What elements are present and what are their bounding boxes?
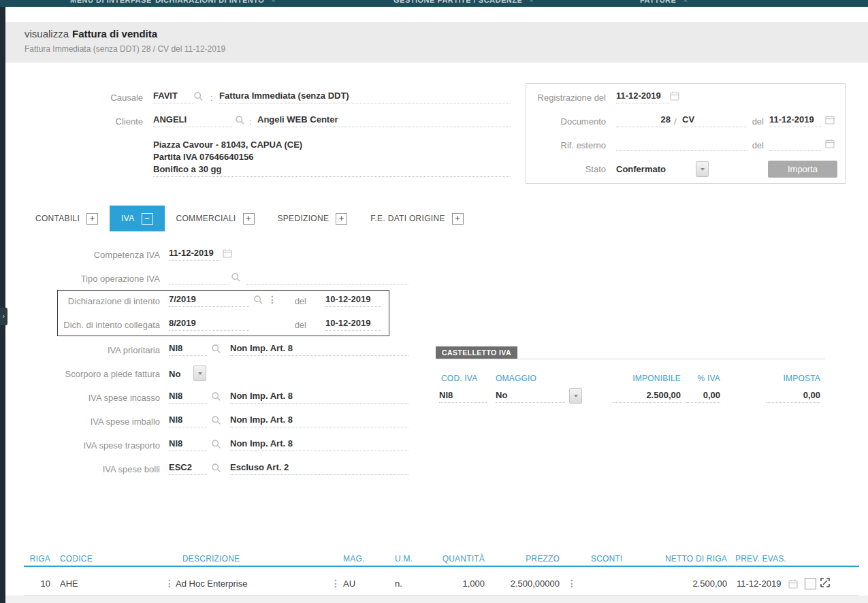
page-action: visualizza — [25, 28, 69, 39]
rif-esterno-field[interactable] — [616, 137, 748, 151]
page-subtitle: Fattura Immediata (senza DDT) 28 / CV de… — [25, 44, 225, 54]
causale-code-field[interactable]: FAVIT — [153, 90, 195, 103]
app-tab-fatture[interactable]: FATTURE× — [640, 0, 688, 6]
kebab-menu-icon[interactable]: ⋮ — [567, 578, 577, 590]
close-icon[interactable]: × — [529, 0, 534, 4]
collapse-toggle-icon[interactable]: − — [142, 213, 153, 225]
expand-toggle-icon[interactable]: + — [336, 213, 347, 225]
page-title-text: Fattura di vendita — [72, 28, 157, 39]
tipo-operazione-iva-field[interactable] — [169, 271, 229, 284]
dich-collegata-del-field[interactable]: 10-12-2019 — [325, 317, 381, 331]
tab-label: F.E. DATI ORIGINE — [370, 214, 445, 223]
search-icon[interactable] — [211, 439, 221, 449]
registrazione-date-field[interactable]: 11-12-2019 — [616, 90, 669, 103]
iva-spese-bolli-desc-field[interactable]: Escluso Art. 2 — [230, 461, 408, 475]
row-checkbox[interactable] — [805, 578, 816, 589]
castelletto-codiva-field[interactable]: NI8 — [439, 389, 487, 403]
app-tab-bar: MENU DI INTERFASE× DICHIARAZIONI DI INTE… — [0, 0, 868, 7]
dichiarazione-del-field[interactable]: 10-12-2019 — [325, 293, 381, 307]
grid-cell-quantita: 1,000 — [429, 578, 485, 590]
iva-spese-incasso-label: IVA spese incasso — [24, 392, 160, 404]
expand-toggle-icon[interactable]: + — [86, 213, 98, 225]
iva-spese-trasporto-desc-field[interactable]: Non Imp. Art. 8 — [230, 438, 408, 451]
search-icon[interactable] — [231, 272, 241, 282]
search-icon[interactable] — [211, 463, 221, 473]
castelletto-imposta-field[interactable]: 0,00 — [766, 389, 820, 403]
rif-del-date-field[interactable] — [769, 137, 822, 151]
scorporo-dropdown[interactable] — [193, 365, 206, 381]
app-tab-partite[interactable]: GESTIONE PARTITE / SCADENZE× — [393, 0, 534, 6]
expand-toggle-icon[interactable]: + — [452, 213, 464, 225]
panel-expander-chevron-icon[interactable]: › — [0, 308, 7, 325]
castelletto-omaggio-field[interactable]: No — [496, 389, 565, 403]
app-tab-menu[interactable]: MENU DI INTERFASE× — [70, 0, 163, 6]
app-tab-dichiarazioni[interactable]: DICHIARAZIONI DI INTENTO× — [155, 0, 276, 6]
expand-toggle-icon[interactable]: + — [243, 213, 255, 225]
importa-button[interactable]: Importa — [768, 161, 837, 178]
grid-cell-prevevas: 11-12-2019 — [737, 578, 782, 590]
tab-fe-dati-origine[interactable]: F.E. DATI ORIGINE + — [359, 206, 475, 231]
page-title: visualizzaFattura di vendita — [25, 28, 157, 39]
tab-spedizione[interactable]: SPEDIZIONE + — [266, 206, 359, 231]
calendar-icon[interactable] — [670, 91, 679, 101]
documento-numero-field[interactable]: 28 — [616, 114, 671, 127]
dichiarazione-del-label: del — [279, 295, 306, 308]
search-icon[interactable] — [211, 344, 221, 354]
tab-contabili[interactable]: CONTABILI + — [24, 206, 110, 231]
cliente-pagamento-field: Bonifico a 30 gg — [153, 163, 511, 177]
dich-collegata-field[interactable]: 8/2019 — [169, 317, 249, 331]
kebab-menu-icon[interactable]: ⋮ — [165, 578, 174, 590]
stato-label: Stato — [524, 163, 606, 176]
close-icon[interactable]: × — [271, 0, 276, 4]
iva-spese-incasso-code-field[interactable]: NI8 — [169, 390, 207, 404]
scorporo-value: No — [169, 368, 180, 380]
search-icon[interactable] — [211, 415, 221, 425]
grid-cell-prezzo: 2.500,00000 — [507, 578, 560, 590]
castelletto-perciva-field[interactable]: 0,00 — [686, 389, 720, 403]
cliente-code-field[interactable]: ANGELI — [153, 114, 232, 127]
registrazione-label: Registrazione del — [524, 92, 606, 104]
grid-cell-mag: AU — [343, 578, 355, 590]
scorporo-label: Scorporo a piede fattura — [24, 368, 160, 380]
close-icon[interactable]: × — [683, 0, 688, 4]
stato-dropdown[interactable] — [696, 161, 709, 177]
documento-del-label: del — [737, 116, 764, 128]
iva-spese-imballo-desc-field[interactable]: Non Imp. Art. 8 — [230, 414, 408, 427]
tab-iva[interactable]: IVA − — [110, 206, 164, 231]
search-icon[interactable] — [211, 391, 221, 402]
search-icon[interactable] — [235, 115, 245, 125]
causale-separator: : — [210, 92, 213, 104]
cliente-address-line1: Piazza Cavour - 81043, CAPUA (CE) — [153, 139, 302, 151]
calendar-icon[interactable] — [788, 579, 798, 589]
castelletto-imponibile-field[interactable]: 2.500,00 — [613, 389, 681, 403]
calendar-icon[interactable] — [223, 248, 232, 258]
omaggio-dropdown[interactable] — [569, 388, 582, 404]
iva-spese-trasporto-code-field[interactable]: NI8 — [169, 438, 207, 451]
dich-collegata-del-label: del — [279, 319, 306, 331]
causale-description-field[interactable]: Fattura Immediata (senza DDT) — [219, 90, 511, 103]
expand-fullscreen-icon[interactable] — [820, 577, 831, 588]
cliente-description-field[interactable]: Angeli WEB Center — [257, 114, 511, 127]
tab-commerciali[interactable]: COMMERCIALI + — [165, 206, 266, 231]
competenza-iva-field[interactable]: 11-12-2019 — [169, 247, 221, 261]
grid-col-quantita: QUANTITÀ — [429, 553, 485, 564]
iva-spese-incasso-desc-field[interactable]: Non Imp. Art. 8 — [230, 390, 408, 404]
calendar-icon[interactable] — [825, 115, 835, 125]
calendar-icon[interactable] — [825, 139, 835, 148]
castelletto-col-perciva: % IVA — [686, 373, 720, 384]
iva-spese-bolli-code-field[interactable]: ESC2 — [169, 461, 207, 475]
documento-del-date-field[interactable]: 11-12-2019 — [769, 114, 822, 127]
search-icon[interactable] — [193, 91, 204, 101]
iva-spese-imballo-code-field[interactable]: NI8 — [169, 414, 207, 427]
grid-col-codice: CODICE — [60, 553, 93, 564]
dichiarazione-intento-field[interactable]: 7/2019 — [169, 293, 249, 307]
kebab-menu-icon[interactable]: ⋮ — [268, 294, 277, 306]
tipo-operazione-iva-desc-field[interactable] — [246, 271, 408, 284]
castelletto-divider — [436, 359, 825, 359]
search-icon[interactable] — [253, 295, 263, 305]
kebab-menu-icon[interactable]: ⋮ — [331, 578, 340, 590]
grid-col-um: U.M. — [395, 553, 413, 564]
grid-col-mag: MAG. — [343, 553, 364, 564]
iva-prioritaria-desc-field[interactable]: Non Imp. Art. 8 — [230, 342, 408, 356]
iva-prioritaria-code-field[interactable]: NI8 — [169, 342, 207, 356]
